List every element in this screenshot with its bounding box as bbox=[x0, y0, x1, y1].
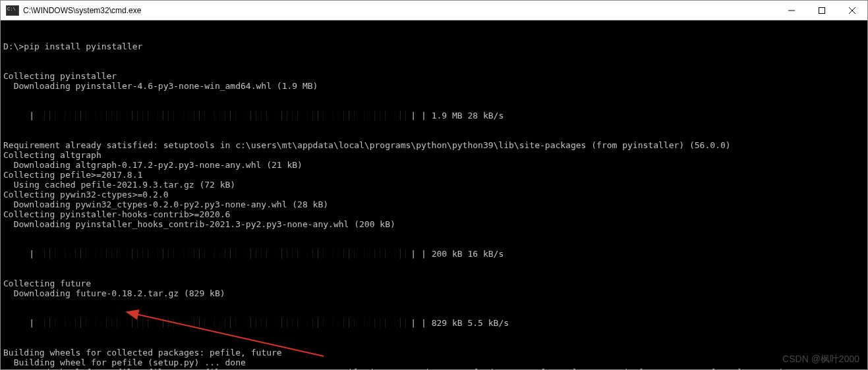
close-button[interactable] bbox=[837, 1, 867, 20]
output-line: Downloading pywin32_ctypes-0.2.0-py2.py3… bbox=[3, 199, 865, 209]
window-title: C:\WINDOWS\system32\cmd.exe bbox=[23, 6, 776, 15]
output-line: Collecting pywin32-ctypes>=0.2.0 bbox=[3, 190, 865, 199]
output-line: Downloading future-0.18.2.tar.gz (829 kB… bbox=[3, 288, 865, 298]
output-line: Collecting pyinstaller bbox=[3, 71, 865, 81]
minimize-button[interactable] bbox=[776, 1, 807, 20]
output-line: Using cached pefile-2021.9.3.tar.gz (72 … bbox=[3, 180, 865, 190]
progress-bar: |███████████████████████████████████████… bbox=[3, 249, 865, 259]
maximize-button[interactable] bbox=[807, 1, 837, 20]
output-line: Downloading altgraph-0.17.2-py2.py3-none… bbox=[3, 160, 865, 170]
cmd-window: C:\WINDOWS\system32\cmd.exe D:\>pip inst… bbox=[0, 0, 868, 370]
output-line: Collecting pyinstaller-hooks-contrib>=20… bbox=[3, 209, 865, 219]
titlebar[interactable]: C:\WINDOWS\system32\cmd.exe bbox=[1, 1, 867, 20]
terminal-output[interactable]: D:\>pip install pyinstaller Collecting p… bbox=[1, 20, 867, 369]
cmd-icon bbox=[6, 5, 19, 16]
watermark: CSDN @枫叶2000 bbox=[782, 354, 859, 364]
output-line: Building wheel for pefile (setup.py) ...… bbox=[3, 357, 865, 367]
window-controls bbox=[776, 1, 867, 20]
output-line: Downloading pyinstaller_hooks_contrib-20… bbox=[3, 219, 865, 229]
output-line: Collecting future bbox=[3, 278, 865, 288]
output-line: Collecting altgraph bbox=[3, 150, 865, 160]
output-line: Created wheel for pefile: filename=pefil… bbox=[3, 367, 865, 369]
output-line: Building wheels for collected packages: … bbox=[3, 348, 865, 357]
progress-bar: |███████████████████████████████████████… bbox=[3, 318, 865, 328]
output-line: Downloading pyinstaller-4.6-py3-none-win… bbox=[3, 81, 865, 91]
output-line: Requirement already satisfied: setuptool… bbox=[3, 140, 865, 150]
svg-rect-1 bbox=[819, 7, 825, 13]
progress-bar: |███████████████████████████████████████… bbox=[3, 111, 865, 120]
output-line: Collecting pefile>=2017.8.1 bbox=[3, 170, 865, 180]
prompt-line: D:\>pip install pyinstaller bbox=[3, 41, 865, 51]
